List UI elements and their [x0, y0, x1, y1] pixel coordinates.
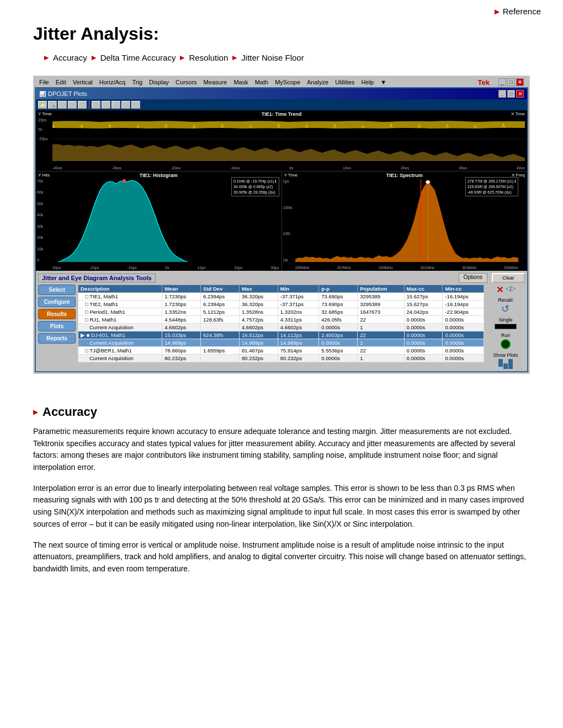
menu-trig[interactable]: Trig	[132, 79, 142, 85]
dpojet-close[interactable]: ✕	[516, 90, 524, 98]
single-label: Single	[495, 317, 517, 323]
menu-display[interactable]: Display	[149, 79, 169, 85]
table-row[interactable]: □ TJ@BER1, Math1 78.660ps 1.6559ps 81.46…	[78, 347, 484, 355]
toolbar-btn-3[interactable]	[58, 101, 67, 109]
cell-maxcc: 0.0000s	[404, 331, 443, 339]
run-area[interactable]: Run	[501, 333, 511, 350]
y-axis-trend: 20ps0s-20ps	[38, 118, 48, 141]
analysis-tools-area: Jitter and Eye Diagram Analysis Tools Op…	[36, 271, 527, 371]
toolbar-btn-4[interactable]	[68, 101, 77, 109]
accuracy-arrow-icon[interactable]: ▶	[33, 408, 38, 416]
maximize-btn[interactable]: □	[507, 78, 515, 86]
cell-pop: 3295389	[358, 301, 404, 308]
menu-arrow[interactable]: ▼	[380, 79, 386, 85]
cell-std	[201, 355, 240, 362]
clear-btn[interactable]: Clear	[492, 273, 525, 283]
close-icon[interactable]: ✕	[496, 285, 503, 295]
breadcrumb-resolution[interactable]: Resolution	[189, 53, 228, 62]
breadcrumb-arrow-4: ▶	[232, 54, 237, 61]
toolbar-btn-8[interactable]	[111, 101, 120, 109]
dpojet-maximize[interactable]: □	[507, 90, 515, 98]
menu-math[interactable]: Math	[255, 79, 268, 85]
panel-histogram: Y Hits TIE1: Histogram 0.104k @ -19.704p…	[36, 172, 282, 271]
reports-btn[interactable]: Reports	[38, 333, 76, 344]
cell-min: 1.3202ns	[278, 308, 318, 316]
col-stddev: Std Dev	[201, 285, 240, 293]
cell-pp: 426.05fs	[319, 316, 358, 324]
y-time-label: Y Time	[38, 111, 52, 116]
cell-maxcc: 24.042ps	[404, 308, 443, 316]
table-row[interactable]: □ TIE1, Math1 1.7230ps 6.2394ps 36.320ps…	[78, 293, 484, 301]
y-time-spectrum: Y Time	[284, 173, 298, 178]
toolbar-btn-5[interactable]	[78, 101, 87, 109]
menu-cursors[interactable]: Cursors	[176, 79, 197, 85]
breadcrumb-arrow-1[interactable]: ▶	[44, 54, 49, 61]
cell-maxcc: 15.627ps	[404, 293, 443, 301]
configure-btn[interactable]: Configure	[38, 297, 76, 307]
svg-point-3	[426, 180, 430, 184]
recalc-area[interactable]: Recalc ↺	[498, 297, 513, 315]
select-btn[interactable]: Select	[38, 285, 76, 295]
breadcrumb-delta[interactable]: Delta Time Accuracy	[100, 53, 176, 62]
show-plots-label: Show Plots	[493, 352, 518, 358]
toolbar-btn-9[interactable]	[121, 101, 130, 109]
x-time-label-trend: X Time	[511, 111, 525, 116]
options-btn[interactable]: Options	[459, 273, 487, 283]
cell-std: 624.38fs	[201, 331, 240, 339]
cell-min: 80.232ps	[278, 355, 318, 362]
cell-mean: 4.5448ps	[162, 316, 201, 324]
run-icon[interactable]	[501, 339, 511, 349]
histogram-title: TIE1: Histogram	[140, 173, 178, 178]
col-description: Description	[78, 285, 162, 293]
toolbar-btn-10[interactable]	[131, 101, 140, 109]
breadcrumb-accuracy[interactable]: Accuracy	[53, 53, 87, 62]
menu-myscope[interactable]: MyScope	[275, 79, 300, 85]
cell-min: 14.989ps	[278, 339, 318, 347]
menu-measure[interactable]: Measure	[204, 79, 227, 85]
table-row[interactable]: Current Acquisition 4.6602ps 4.6602ps 4.…	[78, 324, 484, 331]
menu-utilities[interactable]: Utilities	[335, 79, 354, 85]
oscilloscope-screenshot: File Edit Vertical Horiz/Acq Trig Displa…	[33, 76, 530, 374]
toolbar-btn-2[interactable]: 🔍	[48, 101, 57, 109]
table-row[interactable]: □ RJ1, Math1 4.5448ps 128.63fs 4.7572ps …	[78, 316, 484, 324]
table-row-selected[interactable]: ▶ ■ DJ-601, Math1 15.033ps 624.38fs 16.5…	[78, 331, 484, 339]
minimize-btn[interactable]: _	[498, 78, 506, 86]
menu-vertical[interactable]: Vertical	[73, 79, 93, 85]
menu-help[interactable]: Help	[362, 79, 374, 85]
show-plots-area[interactable]: Show Plots	[493, 352, 518, 369]
menu-file[interactable]: File	[39, 79, 49, 85]
toolbar-btn-1[interactable]: 📁	[38, 101, 47, 109]
col-maxcc: Max-cc	[404, 285, 443, 293]
menu-analyze[interactable]: Analyze	[307, 79, 328, 85]
cell-max: 4.6602ps	[239, 324, 278, 331]
cell-pop: 22	[358, 316, 404, 324]
cell-pop: 1647673	[358, 308, 404, 316]
cell-pop: 1	[358, 355, 404, 362]
table-row[interactable]: □ TIE2, Math1 1.7230ps 6.2394ps 36.320ps…	[78, 301, 484, 308]
results-btn[interactable]: Results	[38, 309, 76, 319]
table-row[interactable]: Current Acquisition 80.232ps 80.232ps 80…	[78, 355, 484, 362]
menu-horiz[interactable]: Horiz/Acq	[99, 79, 126, 85]
breadcrumb-jitter-noise[interactable]: Jitter Noise Floor	[241, 53, 304, 62]
table-row[interactable]: Current Acquisition 14.989ps 14.989ps 14…	[78, 339, 484, 347]
toolbar-btn-6[interactable]	[92, 101, 100, 109]
single-area[interactable]: Single	[495, 317, 517, 330]
cell-max: 1.3528ns	[239, 308, 278, 316]
toolbar-btn-7[interactable]	[102, 101, 110, 109]
menu-mask[interactable]: Mask	[233, 79, 248, 85]
cell-desc: □ TIE2, Math1	[78, 301, 162, 308]
analysis-table-wrapper: Description Mean Std Dev Max Min p-p Pop…	[78, 285, 484, 369]
recalc-icon[interactable]: ↺	[498, 303, 513, 315]
menu-edit[interactable]: Edit	[56, 79, 66, 85]
y-hits-label: Y Hits	[38, 173, 50, 178]
cell-pp: 2.4003ps	[319, 331, 358, 339]
close-btn[interactable]: ✕	[516, 78, 524, 86]
plots-btn[interactable]: Plots	[38, 321, 76, 331]
cell-min: -37.371ps	[278, 293, 318, 301]
show-plots-icon[interactable]	[493, 359, 518, 369]
dpojet-title: DPOJET Plots	[48, 90, 87, 97]
spectrum-title: TIE1: Spectrum	[386, 173, 423, 178]
table-row[interactable]: □ Period1, Math1 1.3352ns 5.1212ps 1.352…	[78, 308, 484, 316]
dpojet-minimize[interactable]: _	[498, 90, 506, 98]
resize-icon[interactable]: ◁▷	[506, 285, 516, 295]
